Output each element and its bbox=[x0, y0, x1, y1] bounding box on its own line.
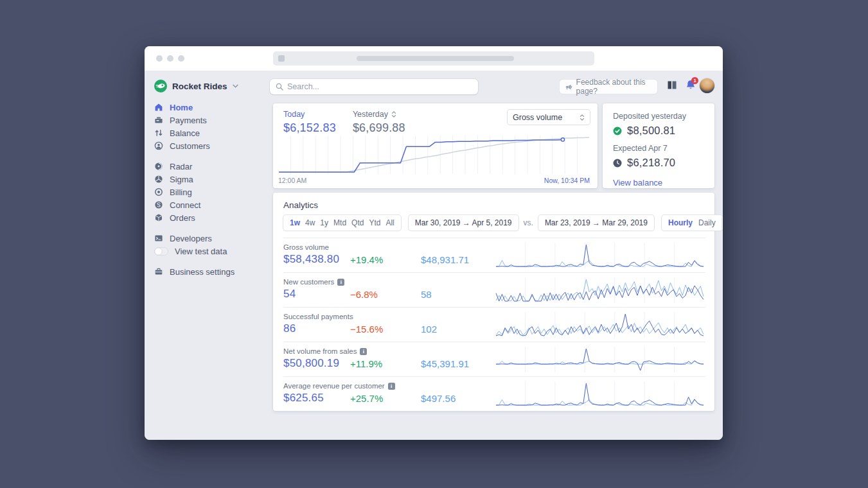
docs-button[interactable] bbox=[667, 80, 677, 92]
net-volume-sparkline bbox=[495, 347, 704, 372]
sigma-icon bbox=[154, 175, 163, 184]
billing-icon bbox=[154, 187, 163, 196]
yesterday-label: Yesterday bbox=[353, 110, 388, 119]
range-option-1y[interactable]: 1y bbox=[320, 218, 328, 227]
metric-compare: 102 bbox=[421, 324, 437, 335]
range-option-all[interactable]: All bbox=[385, 218, 394, 227]
successful-payments-sparkline bbox=[495, 312, 704, 338]
feedback-label: Feedback about this page? bbox=[576, 78, 651, 96]
window-zoom-button[interactable] bbox=[178, 55, 184, 62]
book-icon bbox=[667, 80, 677, 90]
analytics-title: Analytics bbox=[283, 200, 318, 210]
clock-icon bbox=[613, 159, 622, 168]
metric-change: +25.7% bbox=[350, 393, 383, 404]
metric-select[interactable]: Gross volume bbox=[508, 110, 590, 125]
chart-now-time: Now, 10:34 PM bbox=[544, 177, 590, 184]
range-option-4w[interactable]: 4w bbox=[305, 218, 315, 227]
metric-value: $625.65 bbox=[283, 392, 324, 405]
sidebar-item-home[interactable]: Home bbox=[154, 101, 265, 114]
new-customers-sparkline bbox=[495, 277, 704, 303]
range-segmented-control: 1w 4w 1y Mtd Qtd Ytd All bbox=[283, 215, 401, 231]
account-name: Rocket Rides bbox=[172, 82, 227, 91]
metric-value: 86 bbox=[283, 322, 296, 335]
metric-row-successful-payments[interactable]: Successful payments 86 −15.6% 102 bbox=[283, 307, 705, 342]
test-data-toggle[interactable] bbox=[154, 247, 168, 256]
metric-row-gross-volume[interactable]: Gross volume $58,438.80 +19.4% $48,931.7… bbox=[283, 238, 705, 272]
info-icon[interactable]: i bbox=[388, 383, 395, 390]
user-avatar[interactable] bbox=[700, 78, 714, 93]
granularity-toggle: Hourly Daily bbox=[662, 215, 722, 231]
vs-label: vs. bbox=[524, 218, 533, 227]
metric-value: 54 bbox=[283, 288, 296, 301]
granularity-daily[interactable]: Daily bbox=[698, 218, 716, 227]
range-option-ytd[interactable]: Ytd bbox=[369, 218, 380, 227]
window-minimize-button[interactable] bbox=[167, 55, 173, 62]
notifications-button[interactable]: 1 bbox=[686, 80, 696, 93]
sidebar-item-developers[interactable]: Developers bbox=[154, 232, 265, 245]
metric-change: −6.8% bbox=[350, 289, 378, 300]
compare-range-button[interactable]: Mar 23, 2019 → Mar 29, 2019 bbox=[538, 215, 654, 231]
metric-row-average-revenue[interactable]: Average revenue per customeri $625.65 +2… bbox=[283, 376, 705, 411]
info-icon[interactable]: i bbox=[337, 279, 344, 286]
window-close-button[interactable] bbox=[156, 55, 163, 62]
sidebar-item-connect[interactable]: Connect bbox=[154, 198, 265, 211]
metric-select-value: Gross volume bbox=[513, 113, 562, 122]
date-range-button[interactable]: Mar 30, 2019 → Apr 5, 2019 bbox=[409, 215, 518, 231]
sidebar-item-customers[interactable]: Customers bbox=[154, 139, 265, 152]
notification-badge: 1 bbox=[691, 77, 698, 84]
sidebar-item-sigma[interactable]: Sigma bbox=[154, 173, 265, 186]
url-bar[interactable] bbox=[273, 51, 594, 65]
metric-compare: 58 bbox=[421, 289, 432, 300]
sidebar-item-view-test-data[interactable]: View test data bbox=[154, 245, 265, 257]
chart-start-time: 12:00 AM bbox=[278, 177, 306, 184]
view-balance-link[interactable]: View balance bbox=[613, 178, 662, 187]
sidebar-item-business-settings[interactable]: Business settings bbox=[154, 265, 265, 278]
range-option-mtd[interactable]: Mtd bbox=[333, 218, 346, 227]
metric-value: $58,438.80 bbox=[283, 253, 339, 266]
customers-icon bbox=[154, 141, 163, 150]
search-input[interactable] bbox=[287, 82, 472, 91]
range-option-qtd[interactable]: Qtd bbox=[351, 218, 364, 227]
deposited-value: $8,500.81 bbox=[627, 125, 675, 137]
sidebar-item-billing[interactable]: Billing bbox=[154, 186, 265, 198]
analytics-filters: 1w 4w 1y Mtd Qtd Ytd All Mar 30, 2019 → … bbox=[283, 215, 705, 231]
balance-icon bbox=[154, 128, 163, 137]
metric-change: +19.4% bbox=[350, 254, 383, 265]
payments-icon bbox=[154, 116, 163, 125]
sidebar-item-radar[interactable]: Radar bbox=[154, 160, 265, 173]
deposits-card: Deposited yesterday $8,500.81 Expected A… bbox=[603, 103, 714, 188]
sidebar-item-orders[interactable]: Orders bbox=[154, 211, 265, 224]
granularity-hourly[interactable]: Hourly bbox=[668, 218, 693, 227]
customize-button[interactable]: ⚙ Customize bbox=[722, 215, 723, 231]
chevron-down-icon bbox=[233, 84, 238, 88]
analytics-card: Analytics 1w 4w 1y Mtd Qtd Ytd All Mar 3… bbox=[273, 193, 714, 411]
average-revenue-sparkline bbox=[495, 381, 704, 407]
developers-icon bbox=[154, 234, 163, 243]
gross-volume-sparkline bbox=[495, 243, 704, 268]
megaphone-icon bbox=[565, 83, 572, 91]
sidebar-item-payments[interactable]: Payments bbox=[154, 114, 265, 126]
check-circle-icon bbox=[613, 126, 622, 135]
deposited-label: Deposited yesterday bbox=[613, 112, 704, 121]
metric-compare: $45,391.91 bbox=[421, 358, 469, 369]
metric-compare: $497.56 bbox=[421, 393, 456, 404]
feedback-button[interactable]: Feedback about this page? bbox=[560, 80, 657, 94]
yesterday-value: $6,699.88 bbox=[353, 121, 405, 135]
briefcase-icon bbox=[154, 267, 163, 276]
account-switcher[interactable]: Rocket Rides bbox=[154, 79, 238, 93]
overview-card: Today $6,152.83 Yesterday $6,699.88 Gros… bbox=[273, 103, 598, 188]
favicon-placeholder bbox=[278, 55, 285, 62]
dashboard-app: Rocket Rides Feedback about this page? bbox=[145, 71, 723, 440]
sort-arrows-icon[interactable] bbox=[391, 110, 396, 118]
expected-value: $6,218.70 bbox=[627, 157, 675, 169]
url-text-placeholder bbox=[357, 56, 514, 61]
range-option-1w[interactable]: 1w bbox=[290, 218, 300, 227]
metric-row-net-volume[interactable]: Net volume from salesi $50,800.19 +11.9%… bbox=[283, 342, 705, 376]
metric-row-new-customers[interactable]: New customersi 54 −6.8% 58 bbox=[283, 272, 705, 307]
sidebar: Home Payments Balance Customers bbox=[154, 101, 265, 278]
search-box[interactable] bbox=[270, 79, 478, 94]
info-icon[interactable]: i bbox=[360, 348, 367, 355]
metric-value: $50,800.19 bbox=[283, 357, 339, 370]
orders-icon bbox=[154, 213, 163, 222]
sidebar-item-balance[interactable]: Balance bbox=[154, 126, 265, 139]
